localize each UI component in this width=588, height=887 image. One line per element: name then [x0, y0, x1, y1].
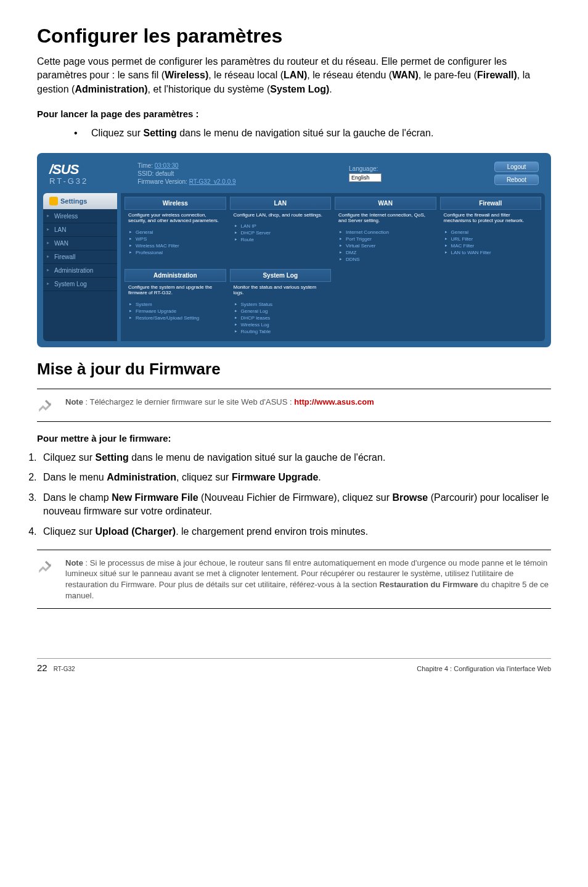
card-link[interactable]: Restore/Save/Upload Setting [128, 315, 223, 321]
card-link[interactable]: LAN to WAN Filter [444, 249, 538, 256]
note-box-download: Note : Téléchargez le dernier firmware s… [37, 389, 551, 422]
step-text: dans le menu de navigation situé sur la … [177, 128, 434, 138]
step-bold: Upload (Charger) [95, 526, 176, 537]
card-link[interactable]: General [444, 229, 538, 236]
time-value[interactable]: 03:03:30 [155, 162, 179, 169]
step-bold: Firmware Upgrade [232, 472, 318, 482]
sidebar-item-wireless[interactable]: Wireless [43, 210, 117, 223]
card-desc: Configure the system and upgrade the fir… [125, 282, 226, 299]
card-header[interactable]: System Log [230, 269, 332, 282]
scr-cards-row2: Administration Configure the system and … [125, 269, 541, 337]
card-header[interactable]: Administration [125, 269, 226, 282]
sidebar-settings-tab[interactable]: Settings [43, 193, 117, 210]
card-link[interactable]: Routing Table [234, 328, 328, 335]
step-text: (Nouveau Fichier de Firmware), cliquez s… [198, 492, 393, 503]
firmware-steps: Cilquez sur Setting dans le menu de navi… [39, 451, 551, 538]
card-desc: Configure the firewall and filter mechan… [440, 210, 542, 226]
scr-header: /SUS RT-G32 Time: 03:03:30 SSID: default… [41, 157, 547, 191]
card-desc: Configure LAN, dhcp, and route settings. [230, 210, 332, 221]
card-link[interactable]: DHCP leases [234, 315, 328, 321]
card-link[interactable]: General Log [234, 308, 328, 315]
step-text: Cilquez sur [43, 452, 95, 463]
model-label: RT-G32 [49, 176, 88, 186]
card-link[interactable]: DDNS [338, 256, 433, 263]
card-links: General WPS Wireless MAC Filter Professi… [125, 226, 226, 258]
step-text: . le chargement prend environ trois minu… [176, 526, 368, 537]
card-header[interactable]: Firewall [440, 197, 542, 210]
card-link[interactable]: Professional [128, 249, 223, 256]
card-wireless: Wireless Configure your wireless connect… [125, 197, 226, 265]
reboot-button[interactable]: Reboot [494, 175, 539, 185]
card-link[interactable]: Virtual Server [338, 242, 433, 249]
update-heading: Pour mettre à jour le firmware: [37, 433, 551, 444]
note-icon [37, 559, 53, 575]
intro-bold: LAN) [284, 70, 307, 80]
card-links: System Firmware Upgrade Restore/Save/Upl… [125, 299, 226, 324]
card-link[interactable]: System Status [234, 301, 328, 308]
card-link[interactable]: General [128, 229, 223, 236]
launch-heading: Pour lancer la page des paramètres : [37, 109, 551, 119]
card-link[interactable]: Wireless MAC Filter [128, 242, 223, 249]
footer-model: RT-G32 [54, 666, 75, 672]
card-link[interactable]: DHCP Server [234, 229, 328, 236]
router-screenshot: /SUS RT-G32 Time: 03:03:30 SSID: default… [37, 153, 551, 347]
fw-value[interactable]: RT-G32_v2.0.0.9 [189, 178, 236, 185]
scr-body: Settings Wireless LAN WAN Firewall Admin… [41, 191, 547, 344]
firmware-heading: Mise à jour du Firmware [37, 360, 551, 379]
sidebar-item-wan[interactable]: WAN [43, 237, 117, 250]
sidebar-item-administration[interactable]: Administration [43, 264, 117, 278]
step-text: . [318, 472, 321, 482]
card-header[interactable]: WAN [335, 197, 436, 210]
card-link[interactable]: Internet Connection [338, 229, 433, 236]
note-box-warning: Note : Si le processus de mise à jour éc… [37, 550, 551, 609]
scr-logo-block: /SUS RT-G32 [49, 162, 88, 186]
intro-bold: Administration) [75, 84, 147, 94]
ssid-label: SSID: [137, 170, 153, 177]
card-link[interactable]: System [128, 301, 223, 308]
card-link[interactable]: LAN IP [234, 223, 328, 229]
card-desc: Configure the Internet connection, QoS, … [335, 210, 436, 226]
intro-bold: Firewall) [477, 70, 517, 80]
launch-step: Cliquez sur Setting dans le menu de navi… [74, 126, 551, 140]
step-text: Dans le champ [43, 492, 112, 503]
card-header[interactable]: Wireless [125, 197, 226, 210]
scr-sidebar: Settings Wireless LAN WAN Firewall Admin… [43, 193, 117, 341]
card-header[interactable]: LAN [230, 197, 332, 210]
list-item: Cilquez sur Setting dans le menu de navi… [39, 451, 551, 464]
language-select[interactable]: English [349, 173, 382, 182]
card-link[interactable]: Wireless Log [234, 321, 328, 328]
card-link[interactable]: DMZ [338, 249, 433, 256]
asus-link[interactable]: http://www.asus.com [294, 397, 374, 406]
logout-button[interactable]: Logout [494, 162, 539, 172]
card-links: System Status General Log DHCP leases Wi… [230, 299, 332, 337]
note-body: : Téléchargez le dernier firmware sur le… [83, 397, 294, 406]
note-label: Note [65, 397, 83, 406]
card-link[interactable]: WPS [128, 236, 223, 242]
card-desc: Monitor the status and various system lo… [230, 282, 332, 299]
card-link[interactable]: URL Filter [444, 236, 538, 242]
card-links: LAN IP DHCP Server Route [230, 220, 332, 245]
card-link[interactable]: Port Trigger [338, 236, 433, 242]
card-links: Internet Connection Port Trigger Virtual… [335, 226, 436, 265]
intro-text: . [329, 84, 332, 94]
launch-steps: Cliquez sur Setting dans le menu de navi… [74, 126, 551, 140]
intro-text: , le réseau local ( [208, 70, 284, 80]
intro-text: , le réseau étendu ( [307, 70, 392, 80]
intro-text: , et l'historique du système ( [148, 84, 271, 94]
sidebar-item-system-log[interactable]: System Log [43, 278, 117, 291]
step-bold: Administration [107, 472, 176, 482]
intro-bold: Wireless) [165, 70, 208, 80]
time-label: Time: [137, 162, 153, 169]
sidebar-item-lan[interactable]: LAN [43, 223, 117, 237]
card-administration: Administration Configure the system and … [125, 269, 226, 337]
sidebar-item-firewall[interactable]: Firewall [43, 250, 117, 264]
card-link[interactable]: Firmware Upgrade [128, 308, 223, 315]
asus-logo: /SUS [49, 162, 88, 178]
card-link[interactable]: MAC Filter [444, 242, 538, 249]
scr-cards-row1: Wireless Configure your wireless connect… [125, 197, 541, 265]
card-wan: WAN Configure the Internet connection, Q… [335, 197, 436, 265]
footer-chapter: Chapitre 4 : Configuration via l'interfa… [417, 665, 551, 672]
ssid-value: default [155, 170, 174, 177]
card-desc: Configure your wireless connection, secu… [125, 210, 226, 226]
card-link[interactable]: Route [234, 236, 328, 243]
